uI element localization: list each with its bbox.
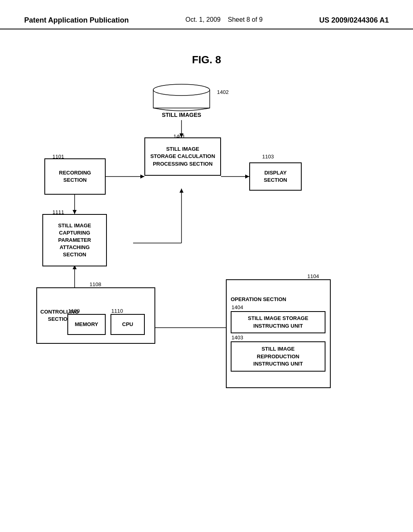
- header-right: US 2009/0244306 A1: [319, 16, 389, 25]
- ref-1109: 1109: [68, 308, 80, 315]
- svg-marker-7: [73, 210, 77, 214]
- operation-section-box: OPERATION SECTION 1104 1404 STILL IMAGE …: [226, 279, 331, 388]
- ref-1104: 1104: [307, 273, 319, 280]
- operation-section-label: OPERATION SECTION: [231, 296, 286, 303]
- still-image-storage-calc-box: STILL IMAGE STORAGE CALCULATION PROCESSI…: [144, 137, 221, 176]
- controlling-section-box: CONTROLLING SECTION 1108 MEMORY 1109 CPU…: [36, 287, 155, 344]
- memory-box: MEMORY 1109: [67, 314, 106, 335]
- ref-1111: 1111: [52, 209, 64, 215]
- diagram-area: FIG. 8 STI: [0, 29, 413, 513]
- ref-1110: 1110: [111, 308, 123, 315]
- svg-marker-3: [140, 175, 144, 179]
- still-images-label: STILL IMAGES: [149, 112, 214, 118]
- ref-1403: 1403: [232, 334, 243, 341]
- header-center: Oct. 1, 2009 Sheet 8 of 9: [186, 16, 263, 23]
- figure-label: FIG. 8: [192, 54, 221, 66]
- recording-section-box: RECORDING SECTION: [44, 158, 106, 195]
- cpu-box: CPU 1110: [111, 314, 145, 335]
- ref-1101: 1101: [52, 154, 64, 160]
- ref-1404: 1404: [232, 304, 243, 311]
- header-left: Patent Application Publication: [24, 16, 129, 25]
- display-section-box: DISPLAY SECTION: [249, 162, 302, 191]
- ref-1402: 1402: [217, 89, 229, 95]
- still-images-db: STILL IMAGES: [149, 82, 214, 118]
- cylinder-icon: [149, 82, 214, 112]
- page-header: Patent Application Publication Oct. 1, 2…: [0, 0, 413, 29]
- svg-marker-10: [179, 189, 184, 193]
- ref-1103: 1103: [262, 154, 274, 160]
- still-image-storage-instructing-box: STILL IMAGE STORAGE INSTRUCTING UNIT: [231, 311, 325, 333]
- ref-1108: 1108: [90, 281, 101, 288]
- svg-marker-5: [245, 175, 249, 179]
- still-image-capturing-box: STILL IMAGE CAPTURING PARAMETER ATTACHIN…: [42, 214, 107, 266]
- svg-point-16: [153, 84, 210, 96]
- still-image-reproduction-instructing-box: STILL IMAGE REPRODUCTION INSTRUCTING UNI…: [231, 341, 325, 372]
- ref-1401: 1401: [173, 133, 185, 139]
